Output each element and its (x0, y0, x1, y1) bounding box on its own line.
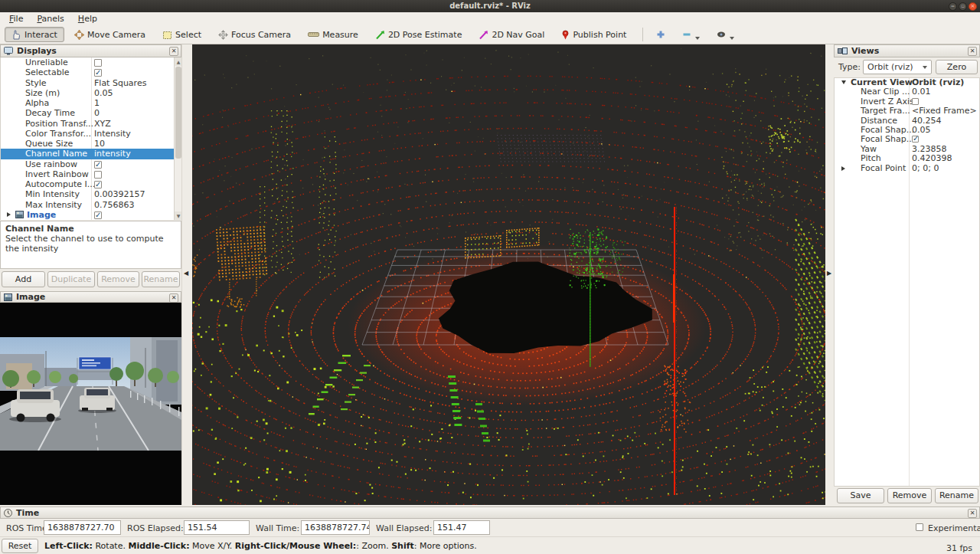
add-button[interactable]: Add (2, 271, 45, 287)
close-panel-icon[interactable] (968, 47, 977, 56)
magenta-arrow-icon (479, 30, 488, 40)
collapse-right-icon[interactable]: ▶ (827, 270, 831, 277)
experimental-checkbox[interactable] (916, 523, 923, 531)
move-camera-tool-button[interactable]: Move Camera (67, 27, 152, 42)
type-label: Type: (838, 62, 861, 72)
remove-button[interactable]: Remove (97, 271, 139, 287)
property-row[interactable]: Use rainbow (1, 159, 175, 169)
ros-time-field[interactable] (44, 520, 121, 535)
wall-time-field[interactable] (301, 520, 370, 535)
view-property-row[interactable]: Target Fra...<Fixed Frame> (835, 107, 979, 116)
image-icon (4, 293, 12, 301)
maximize-icon[interactable]: ▫ (959, 2, 967, 11)
display-row-image[interactable]: Image (1, 210, 175, 220)
panel-resize-handle-left[interactable]: ◀ (181, 44, 192, 505)
property-row[interactable]: Invert Rainbow (1, 169, 175, 179)
reset-button[interactable]: Reset (2, 539, 38, 553)
fps-counter: 31 fps (946, 543, 972, 553)
checkbox[interactable] (94, 181, 102, 188)
panel-resize-handle-right[interactable]: ▶ (825, 44, 834, 505)
measure-tool-button[interactable]: Measure (301, 27, 365, 42)
displays-property-tree[interactable]: Unreliable Selectable StyleFlat Squares … (0, 57, 181, 220)
property-row[interactable]: Decay Time0 (1, 108, 175, 118)
property-row[interactable]: Size (m)0.05 (1, 88, 175, 98)
checkbox[interactable] (94, 161, 102, 169)
menu-help[interactable]: Help (72, 13, 103, 25)
view-property-row[interactable]: Pitch0.420398 (835, 154, 979, 163)
focus-camera-tool-button[interactable]: Focus Camera (211, 27, 298, 42)
tool-properties-button[interactable] (710, 27, 741, 42)
ruler-icon (308, 31, 319, 38)
time-fields-row: ROS Time: ROS Elapsed: Wall Time: Wall E… (0, 520, 980, 536)
checkbox[interactable] (94, 171, 102, 179)
save-button[interactable]: Save (837, 488, 884, 503)
checkbox[interactable] (94, 69, 102, 77)
view-row-focal-point[interactable]: Focal Point0; 0; 0 (835, 164, 979, 173)
selection-box-icon (162, 30, 172, 40)
green-arrow-icon (375, 30, 385, 40)
menu-file[interactable]: File (3, 13, 29, 25)
help-title: Channel Name (5, 224, 176, 234)
interact-tool-button[interactable]: Interact (5, 27, 64, 42)
close-panel-icon[interactable] (968, 509, 977, 518)
wall-time-label: Wall Time: (256, 523, 299, 533)
views-tree[interactable]: Current ViewOrbit (rviz) Near Clip ...0.… (834, 77, 980, 487)
checkbox[interactable] (94, 59, 102, 67)
title-bar[interactable]: default.rviz* - RViz ‒ ▫ × (0, 0, 980, 12)
property-row[interactable]: Unreliable (1, 57, 175, 67)
rename-button[interactable]: Rename (935, 488, 978, 503)
scrollbar[interactable]: ▲ ▼ (174, 57, 181, 220)
experimental-label: Experimental (928, 523, 980, 533)
close-panel-icon[interactable] (169, 293, 178, 303)
add-tool-button[interactable] (649, 27, 672, 42)
view-type-dropdown[interactable]: Orbit (rviz) (863, 60, 932, 74)
time-panel-header[interactable]: Time (0, 506, 980, 519)
expander-icon[interactable] (841, 80, 846, 84)
nav-goal-tool-button[interactable]: 2D Nav Goal (472, 27, 551, 42)
property-row[interactable]: Alpha1 (1, 98, 175, 108)
menu-panels[interactable]: Panels (31, 13, 70, 25)
property-row[interactable]: Min Intensity0.00392157 (1, 189, 175, 199)
ros-elapsed-label: ROS Elapsed: (127, 523, 184, 533)
property-row-selected[interactable]: Channel Nameintensity (1, 149, 175, 159)
property-row[interactable]: Queue Size10 (1, 139, 175, 149)
property-row[interactable]: Selectable (1, 67, 175, 77)
checkbox[interactable] (912, 136, 919, 143)
collapse-left-icon[interactable]: ◀ (184, 270, 188, 277)
property-row[interactable]: StyleFlat Squares (1, 78, 175, 88)
close-icon[interactable]: × (969, 2, 977, 11)
camera-image-view (0, 303, 181, 505)
checkbox[interactable] (912, 98, 919, 105)
remove-button[interactable]: Remove (887, 488, 932, 503)
select-tool-button[interactable]: Select (155, 27, 208, 42)
minimize-icon[interactable]: ‒ (949, 2, 957, 11)
views-panel-header[interactable]: Views (834, 44, 980, 57)
view-property-row[interactable]: Yaw3.23858 (835, 145, 979, 154)
expander-icon[interactable] (841, 166, 845, 171)
3d-viewport[interactable] (192, 44, 825, 505)
close-panel-icon[interactable] (169, 47, 178, 56)
zero-button[interactable]: Zero (936, 60, 978, 74)
pose-estimate-tool-button[interactable]: 2D Pose Estimate (368, 27, 469, 42)
view-property-row[interactable]: Focal Shap... (835, 135, 979, 144)
remove-tool-button[interactable] (675, 27, 707, 42)
image-panel-header[interactable]: Image (0, 291, 181, 303)
scrollbar-thumb[interactable] (175, 67, 181, 159)
views-panel: Views Type: Orbit (rviz) Zero Current Vi… (834, 44, 980, 505)
time-panel: Time ROS Time: ROS Elapsed: Wall Time: W… (0, 506, 980, 536)
property-row[interactable]: Autocompute I... (1, 179, 175, 189)
checkbox[interactable] (94, 211, 102, 219)
rename-button[interactable]: Rename (142, 271, 180, 287)
wall-elapsed-field[interactable] (433, 520, 490, 535)
view-property-row[interactable]: Near Clip ...0.01 (835, 87, 979, 97)
property-row[interactable]: Position Transf...XYZ (1, 119, 175, 129)
move-arrows-icon (74, 30, 84, 40)
publish-point-tool-button[interactable]: Publish Point (554, 27, 633, 42)
tool-bar: Interact Move Camera Select Focus Camera… (0, 25, 980, 44)
property-row[interactable]: Color Transfor...Intensity (1, 129, 175, 139)
property-row[interactable]: Max Intensity0.756863 (1, 200, 175, 210)
displays-panel-header[interactable]: Displays (0, 44, 181, 57)
duplicate-button[interactable]: Duplicate (47, 271, 95, 287)
expander-icon[interactable] (7, 212, 11, 217)
ros-elapsed-field[interactable] (184, 520, 250, 535)
